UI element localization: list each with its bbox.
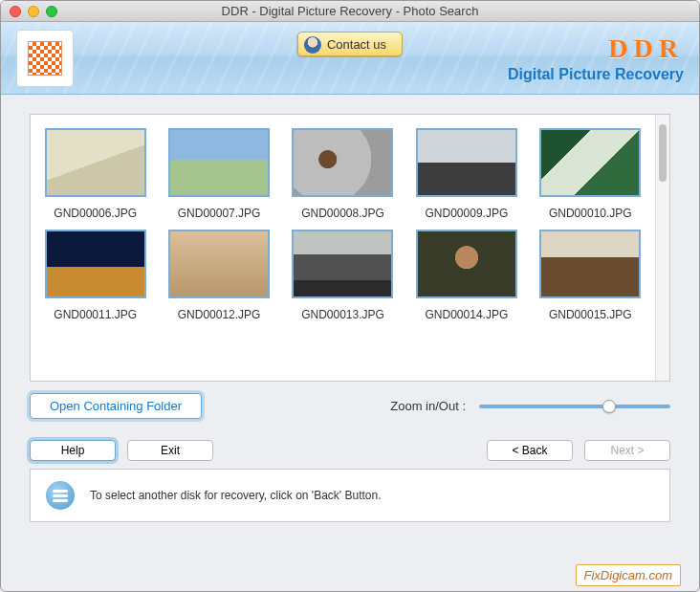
brand-main: DDR	[508, 33, 684, 64]
thumbnail-item[interactable]: GND00015.JPG	[536, 230, 645, 321]
thumbnail-label: GND00007.JPG	[178, 207, 261, 220]
thumbnail-image[interactable]	[45, 128, 146, 197]
thumbnail-item[interactable]: GND00008.JPG	[288, 128, 398, 220]
header-banner: Contact us DDR Digital Picture Recovery	[1, 22, 699, 95]
hint-box: To select another disk for recovery, cli…	[30, 469, 670, 522]
thumbnail-item[interactable]: GND00006.JPG	[40, 128, 150, 220]
thumbnail-item[interactable]: GND00014.JPG	[411, 230, 521, 321]
content-area: GND00006.JPGGND00007.JPGGND00008.JPGGND0…	[1, 95, 699, 591]
watermark: FixDigicam.com	[576, 564, 681, 586]
contact-us-label: Contact us	[327, 37, 386, 52]
scrollbar[interactable]	[655, 115, 669, 381]
exit-button[interactable]: Exit	[127, 440, 213, 461]
nav-row: Help Exit < Back Next >	[30, 440, 670, 461]
thumbnail-image[interactable]	[292, 230, 393, 298]
thumbnail-image[interactable]	[45, 230, 146, 298]
thumbnail-grid: GND00006.JPGGND00007.JPGGND00008.JPGGND0…	[40, 128, 645, 321]
scrollbar-thumb[interactable]	[659, 124, 667, 182]
thumbnail-image[interactable]	[292, 128, 393, 197]
thumbnail-label: GND00009.JPG	[426, 207, 509, 220]
thumbnail-label: GND00015.JPG	[549, 308, 632, 321]
info-icon	[46, 481, 75, 510]
nav-spacer	[225, 440, 475, 461]
window-title: DDR - Digital Picture Recovery - Photo S…	[1, 4, 699, 18]
thumbnail-item[interactable]: GND00007.JPG	[164, 128, 273, 220]
thumbnails-viewport: GND00006.JPGGND00007.JPGGND00008.JPGGND0…	[31, 115, 655, 381]
help-button[interactable]: Help	[30, 440, 116, 461]
thumbnail-image[interactable]	[168, 128, 270, 197]
thumbnail-label: GND00010.JPG	[549, 207, 632, 220]
next-button: Next >	[584, 440, 670, 461]
brand-sub: Digital Picture Recovery	[508, 66, 684, 83]
thumbnail-label: GND00006.JPG	[54, 207, 137, 220]
slider-track[interactable]	[479, 405, 670, 408]
app-window: DDR - Digital Picture Recovery - Photo S…	[0, 0, 700, 592]
thumbnail-item[interactable]: GND00013.JPG	[288, 230, 398, 321]
contact-us-button[interactable]: Contact us	[297, 32, 403, 56]
thumbnail-image[interactable]	[168, 230, 270, 298]
hint-text: To select another disk for recovery, cli…	[90, 489, 382, 502]
open-containing-folder-button[interactable]: Open Containing Folder	[30, 393, 202, 419]
controls-row: Open Containing Folder Zoom in/Out :	[30, 393, 670, 419]
zoom-slider[interactable]	[479, 405, 670, 408]
app-logo	[16, 30, 74, 87]
thumbnail-label: GND00011.JPG	[54, 308, 137, 321]
thumbnail-item[interactable]: GND00009.JPG	[411, 128, 521, 220]
thumbnail-label: GND00013.JPG	[301, 308, 384, 321]
thumbnail-label: GND00014.JPG	[426, 308, 509, 321]
slider-handle[interactable]	[602, 400, 616, 413]
app-logo-icon	[28, 41, 62, 76]
thumbnails-frame: GND00006.JPGGND00007.JPGGND00008.JPGGND0…	[30, 114, 670, 382]
thumbnail-image[interactable]	[539, 230, 641, 298]
thumbnail-item[interactable]: GND00011.JPG	[40, 230, 150, 321]
thumbnail-item[interactable]: GND00010.JPG	[536, 128, 645, 220]
brand-block: DDR Digital Picture Recovery	[508, 33, 684, 83]
back-button[interactable]: < Back	[487, 440, 573, 461]
thumbnail-image[interactable]	[416, 128, 517, 197]
thumbnail-image[interactable]	[539, 128, 641, 197]
thumbnail-label: GND00008.JPG	[301, 207, 384, 220]
titlebar: DDR - Digital Picture Recovery - Photo S…	[1, 1, 699, 22]
thumbnail-label: GND00012.JPG	[178, 308, 261, 321]
thumbnail-image[interactable]	[416, 230, 517, 298]
thumbnail-item[interactable]: GND00012.JPG	[164, 230, 273, 321]
zoom-label: Zoom in/Out :	[390, 399, 466, 413]
